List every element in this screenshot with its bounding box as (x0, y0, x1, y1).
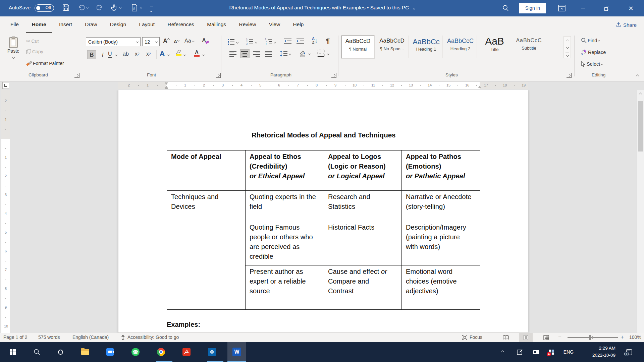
cell-quoting-famous[interactable]: Quoting Famous people or others who are … (246, 221, 324, 265)
tab-help[interactable]: Help (287, 16, 310, 33)
focus-button[interactable]: Focus (470, 335, 482, 340)
tray-pen-icon[interactable] (514, 342, 526, 362)
bullets-dropdown-icon[interactable] (236, 41, 238, 44)
taskbar-search-button[interactable] (28, 342, 46, 362)
font-dialog-launcher[interactable] (216, 73, 221, 78)
multilevel-dropdown-icon[interactable] (274, 41, 276, 44)
highlight-dropdown-icon[interactable] (183, 54, 186, 56)
vertical-ruler[interactable]: 1212345678910 (1, 90, 10, 333)
select-button[interactable]: Select (581, 61, 603, 67)
left-indent-marker[interactable] (165, 88, 168, 89)
tab-file[interactable]: File (5, 16, 24, 33)
zoom-in-button[interactable]: + (621, 334, 624, 341)
cell-mode-of-appeal[interactable]: Mode of Appeal (167, 150, 246, 191)
document-page[interactable]: Rhetorical Modes of Appeal and Technique… (118, 90, 528, 333)
shrink-font-button[interactable]: A (174, 39, 179, 44)
font-size-select[interactable]: 12 (142, 37, 160, 46)
search-icon[interactable] (502, 4, 509, 12)
text-effects-dropdown-icon[interactable] (167, 54, 170, 56)
superscript-button[interactable]: x2 (146, 51, 151, 57)
first-line-indent-marker[interactable] (165, 82, 168, 85)
tab-review[interactable]: Review (233, 16, 262, 33)
examples-heading[interactable]: Examples: (167, 321, 200, 328)
vertical-scrollbar[interactable] (636, 90, 644, 333)
style-title[interactable]: AaB Title (478, 36, 511, 58)
language-indicator[interactable]: English (Canada) (72, 335, 109, 340)
borders-button[interactable] (317, 50, 325, 57)
restore-button[interactable] (599, 0, 614, 16)
minimize-button[interactable] (576, 0, 591, 16)
paste-dropdown-icon[interactable] (12, 56, 14, 59)
align-left-button[interactable] (229, 51, 237, 57)
tray-app-button[interactable]: 4 (545, 342, 558, 362)
zoom-slider-thumb[interactable] (589, 335, 591, 340)
strikethrough-button[interactable]: ab (123, 51, 129, 57)
zoom-app-button[interactable] (101, 342, 119, 362)
underline-button[interactable]: U (108, 51, 112, 58)
styles-scroll-up-icon[interactable] (566, 40, 569, 43)
collapse-ribbon-icon[interactable] (636, 75, 639, 78)
sign-in-button[interactable]: Sign in (519, 3, 546, 13)
tab-design[interactable]: Design (104, 16, 132, 33)
document-title[interactable]: Rhetorical Modes of Appeal and Technique… (118, 130, 528, 139)
select-dropdown-icon[interactable] (601, 63, 603, 65)
line-spacing-button[interactable] (280, 50, 288, 57)
cell-emotional-word[interactable]: Emotional word choices (emotive adjectiv… (402, 265, 480, 310)
acrobat-button[interactable] (177, 342, 196, 362)
style-normal[interactable]: AaBbCcD ¶ Normal (341, 36, 374, 58)
word-count[interactable]: 575 words (38, 335, 60, 340)
line-spacing-dropdown-icon[interactable] (289, 53, 291, 55)
tab-insert[interactable]: Insert (53, 16, 78, 33)
align-right-button[interactable] (253, 51, 260, 57)
word-button[interactable]: W (227, 342, 246, 362)
outlook-button[interactable] (203, 342, 221, 362)
cortana-button[interactable] (51, 342, 70, 362)
cell-appeal-logos[interactable]: Appeal to Logos (Logic or Reason) or Log… (324, 150, 402, 191)
style-subtitle[interactable]: AaBbCcC Subtitle (513, 36, 545, 58)
paragraph-dialog-launcher[interactable] (331, 73, 336, 78)
cell-appeal-pathos[interactable]: Appeal to Pathos (Emotions) or Pathetic … (402, 150, 480, 191)
cell-techniques-devices[interactable]: Techniques and Devices (167, 191, 246, 310)
right-indent-marker[interactable] (478, 86, 481, 88)
tab-home[interactable]: Home (26, 17, 52, 33)
shading-dropdown-icon[interactable] (308, 53, 311, 55)
web-layout-button[interactable] (539, 333, 553, 342)
align-center-button[interactable] (240, 49, 250, 58)
cell-description-imagery[interactable]: Description/Imagery (painting a picture … (402, 221, 480, 265)
style-heading-2[interactable]: AaBbCcC Heading 2 (444, 36, 477, 58)
font-name-select[interactable]: Calibri (Body) (86, 37, 141, 46)
scrollbar-thumb[interactable] (638, 101, 643, 152)
cell-quoting-experts[interactable]: Quoting experts in the field (246, 191, 324, 221)
sort-button[interactable]: AZ ↓ (312, 37, 318, 44)
numbering-dropdown-icon[interactable] (255, 41, 257, 44)
tab-layout[interactable]: Layout (133, 16, 161, 33)
cell-narrative-anecdote[interactable]: Narrative or Anecdote (story-telling) (402, 191, 480, 221)
tab-mailings[interactable]: Mailings (201, 16, 232, 33)
hanging-indent-marker[interactable] (165, 86, 168, 88)
print-layout-button[interactable] (519, 333, 533, 342)
clear-formatting-button[interactable]: A (202, 37, 209, 44)
text-effects-button[interactable]: A (160, 50, 165, 58)
cell-cause-effect[interactable]: Cause and effect or Compare and Contrast (324, 265, 402, 310)
borders-dropdown-icon[interactable] (327, 53, 329, 55)
show-hidden-icons-button[interactable] (497, 342, 508, 362)
style-no-spacing[interactable]: AaBbCcD ¶ No Spac... (376, 36, 409, 58)
tab-draw[interactable]: Draw (79, 16, 103, 33)
find-button[interactable]: Find (581, 38, 600, 43)
cell-appeal-ethos[interactable]: Appeal to Ethos (Credibility) or Ethical… (246, 150, 324, 191)
replace-button[interactable]: bc Replace (581, 49, 606, 55)
font-color-dropdown-icon[interactable] (202, 54, 205, 56)
whatsapp-button[interactable]: ☎ (126, 342, 145, 362)
style-heading-1[interactable]: AaBbCc Heading 1 (410, 36, 443, 58)
tab-view[interactable]: View (263, 16, 286, 33)
styles-gallery-more-icon[interactable] (566, 53, 569, 53)
read-mode-button[interactable] (499, 333, 513, 342)
grow-font-button[interactable]: A (163, 38, 169, 45)
numbering-button[interactable]: 123 (246, 38, 254, 45)
justify-button[interactable] (265, 51, 272, 57)
multilevel-list-button[interactable]: 1ai (265, 38, 272, 45)
page-indicator[interactable]: Page 1 of 2 (3, 335, 28, 340)
file-explorer-button[interactable] (76, 342, 95, 362)
show-hide-pilcrow-button[interactable]: ¶ (326, 37, 330, 45)
chrome-button[interactable] (152, 342, 170, 362)
